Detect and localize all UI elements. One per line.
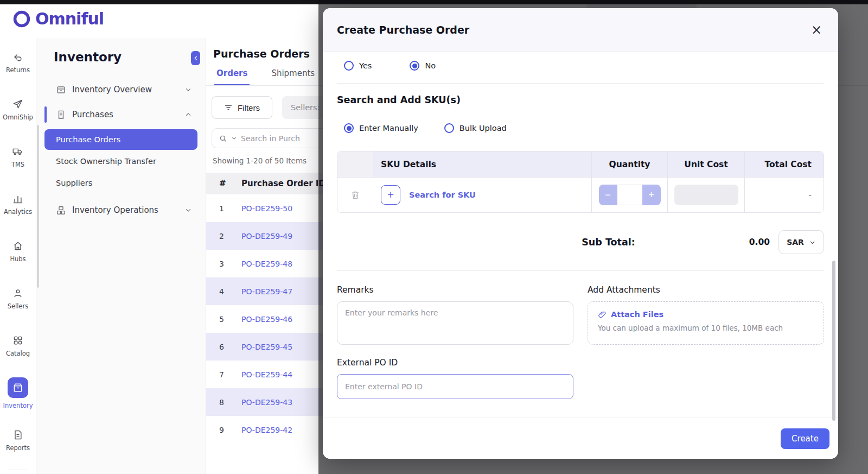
quantity-stepper: − + — [599, 185, 661, 205]
row-number: 4 — [206, 287, 241, 296]
radio-enter-manually[interactable]: Enter Manually — [344, 123, 418, 133]
modal-scrollbar[interactable] — [832, 261, 835, 421]
divider — [337, 270, 824, 271]
add-sku-button[interactable]: + — [381, 185, 400, 205]
col-header-sku-details: SKU Details — [373, 160, 591, 169]
radio-bulk-upload-circle[interactable] — [444, 123, 454, 133]
sidebar-item-inventory-overview[interactable]: Inventory Overview — [44, 77, 197, 102]
external-po-id-label: External PO ID — [337, 358, 573, 368]
row-number: 2 — [206, 232, 241, 241]
quantity-decrement-button[interactable]: − — [599, 185, 617, 205]
omniship-icon — [12, 99, 23, 110]
total-cost-value: - — [809, 190, 812, 200]
radio-no-label: No — [425, 61, 436, 70]
rail-item-tms[interactable]: TMS — [0, 134, 36, 181]
rail-label: Returns — [6, 66, 30, 74]
sidebar-item-inventory-operations[interactable]: Inventory Operations — [44, 198, 197, 223]
radio-yes[interactable]: Yes — [344, 61, 372, 71]
rail-scrollbar[interactable] — [37, 125, 39, 288]
rail-label: Inventory — [3, 402, 33, 409]
col-header-number: # — [206, 179, 241, 188]
attachments-dropzone[interactable]: Attach Files You can upload a maximum of… — [588, 301, 824, 345]
rail-label: OmniShip — [3, 113, 33, 121]
sidebar-item-suppliers[interactable]: Suppliers — [44, 173, 197, 193]
rail-divider — [9, 470, 27, 470]
search-for-sku-link[interactable]: Search for SKU — [409, 191, 476, 199]
rail-item-sellers[interactable]: Sellers — [0, 275, 36, 323]
trash-icon[interactable] — [350, 190, 360, 200]
sidebar-collapse-button[interactable] — [191, 51, 200, 65]
filters-button[interactable]: Filters — [212, 96, 272, 119]
sidebar-item-label: Purchases — [72, 110, 113, 119]
sellers-label: Sellers: — [291, 103, 320, 112]
po-id-link[interactable]: PO-DE259-46 — [241, 315, 292, 324]
sidebar-item-label: Inventory Operations — [72, 205, 158, 215]
radio-no-circle[interactable] — [410, 61, 419, 71]
row-number: 5 — [206, 315, 241, 324]
rail-item-hubs[interactable]: Hubs — [0, 228, 36, 275]
radio-bulk-upload-label: Bulk Upload — [459, 124, 507, 132]
rail-item-analytics[interactable]: Analytics — [0, 181, 36, 228]
modal-header: Create Purchase Order × — [323, 8, 838, 52]
omniful-logo[interactable]: Omniful — [13, 9, 104, 28]
rail-item-returns[interactable]: Returns — [0, 39, 36, 86]
rail-label: Catalog — [6, 350, 30, 357]
person-icon — [12, 288, 23, 299]
col-header-unit-cost: Unit Cost — [667, 151, 744, 177]
inventory-sidebar: Inventory Inventory Overview Purchases — [36, 38, 206, 474]
remarks-textarea[interactable] — [337, 301, 573, 345]
overview-icon — [56, 85, 66, 95]
sku-table-row: + Search for SKU − + - — [337, 178, 824, 212]
hub-icon — [12, 241, 23, 251]
rail-item-inventory[interactable]: Inventory — [0, 370, 36, 417]
sidebar-item-label: Inventory Overview — [72, 85, 152, 94]
unit-cost-input[interactable] — [674, 185, 738, 205]
po-id-link[interactable]: PO-DE259-49 — [241, 232, 292, 241]
attach-files-link[interactable]: Attach Files — [611, 310, 663, 319]
sku-table-header: SKU Details Quantity Unit Cost Total Cos… — [337, 151, 824, 178]
modal-title: Create Purchase Order — [337, 24, 469, 36]
sidebar-item-stock-ownership-transfer[interactable]: Stock Ownership Transfer — [44, 151, 197, 172]
rail-label: Sellers — [8, 302, 29, 310]
po-id-link[interactable]: PO-DE259-42 — [241, 426, 292, 434]
sidebar-item-purchase-orders[interactable]: Purchase Orders — [44, 129, 197, 150]
rail-item-catalog[interactable]: Catalog — [0, 323, 36, 370]
sku-header-icon-col — [337, 151, 373, 177]
chevron-down-icon — [184, 206, 192, 214]
create-purchase-order-modal: Create Purchase Order × Yes No Search an… — [323, 8, 838, 459]
po-id-link[interactable]: PO-DE259-45 — [241, 343, 292, 351]
radio-bulk-upload[interactable]: Bulk Upload — [444, 123, 507, 133]
rail-item-reports[interactable]: Reports — [0, 417, 36, 464]
sidebar-item-purchases[interactable]: Purchases — [44, 102, 197, 127]
subtotal-row: Sub Total: 0.00 SAR — [337, 230, 824, 254]
quantity-input[interactable] — [617, 185, 642, 205]
chevron-down-icon — [184, 86, 192, 93]
po-id-link[interactable]: PO-DE259-44 — [241, 370, 292, 379]
external-po-id-input[interactable] — [337, 374, 573, 399]
tab-orders[interactable]: Orders — [214, 68, 250, 85]
create-button[interactable]: Create — [781, 428, 829, 449]
modal-footer: Create — [323, 418, 838, 459]
returns-icon — [12, 52, 23, 62]
close-icon[interactable]: × — [809, 21, 824, 39]
tab-shipments[interactable]: Shipments — [269, 68, 317, 85]
po-id-link[interactable]: PO-DE259-48 — [241, 260, 292, 268]
app-rail: Returns OmniShip TMS Analytics Hubs Sell… — [0, 38, 36, 474]
po-id-link[interactable]: PO-DE259-50 — [241, 204, 292, 213]
logo-text: Omniful — [35, 9, 104, 28]
rail-item-omniship[interactable]: OmniShip — [0, 86, 36, 134]
search-scope-chevron-icon[interactable] — [231, 135, 237, 141]
chevron-up-icon — [184, 111, 192, 118]
rail-label: Reports — [6, 444, 30, 452]
currency-select[interactable]: SAR — [778, 230, 824, 254]
po-id-link[interactable]: PO-DE259-47 — [241, 287, 292, 296]
submenu-item-label: Suppliers — [56, 179, 92, 187]
po-id-link[interactable]: PO-DE259-43 — [241, 398, 292, 407]
entry-mode-radio-row: Enter Manually Bulk Upload — [344, 122, 824, 135]
radio-enter-manually-label: Enter Manually — [359, 124, 418, 132]
radio-yes-circle[interactable] — [344, 61, 354, 71]
quantity-increment-button[interactable]: + — [642, 185, 661, 205]
filters-label: Filters — [238, 103, 260, 112]
radio-no[interactable]: No — [410, 61, 436, 71]
radio-enter-manually-circle[interactable] — [344, 123, 354, 133]
